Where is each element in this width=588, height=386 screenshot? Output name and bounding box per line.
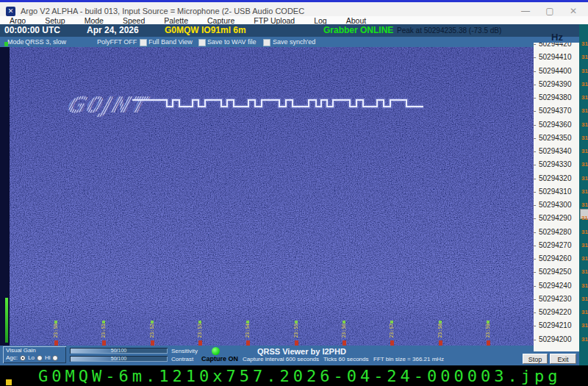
screen-right-edge: 3131313131313131313131313131313131313131…	[579, 24, 588, 365]
menu-item-log[interactable]: Log	[304, 16, 337, 25]
freq-tick-label: -50294310	[534, 187, 579, 196]
app-icon: ✕	[6, 7, 15, 16]
menu-bar: ArgoSetupModeSpeedPaletteCaptureFTP Uplo…	[0, 16, 588, 24]
menu-item-mode[interactable]: Mode	[75, 16, 113, 25]
clipped-edge-text: 31	[581, 107, 588, 114]
contrast-slider[interactable]: 50/100	[70, 356, 168, 362]
clipped-edge-text: 31	[581, 296, 588, 302]
freq-tick-label: -50294290	[534, 214, 579, 222]
visual-gain-options: Agc:LoHi	[6, 354, 58, 361]
exit-button[interactable]: Exit	[550, 354, 576, 364]
svg-text:G0JNT: G0JNT	[64, 92, 152, 118]
status-row: 00:00:00 UTC Apr 24, 2026 G0MQW IO91ml 6…	[0, 24, 588, 37]
clipped-edge-text: 31	[581, 175, 588, 182]
clipped-edge-text: 31	[581, 148, 588, 154]
console-bar: G0MQW-6m.1210x757.2026-04-24-000003.jpg	[0, 365, 588, 386]
visual-gain-option-label: Agc:	[6, 354, 18, 361]
mode-row: Mode QRSS 3, slow PolyFFT OFF Full Band …	[0, 37, 588, 47]
clipped-edge-text: 31	[581, 161, 588, 168]
clipped-edge-text: 31	[581, 309, 588, 315]
menu-item-setup[interactable]: Setup	[35, 16, 74, 25]
freq-tick-label: -50294240	[534, 282, 579, 290]
radio-agc[interactable]	[20, 355, 26, 361]
freq-tick-label: -50294220	[534, 308, 579, 316]
menu-item-capture[interactable]: Capture	[198, 16, 244, 25]
sensitivity-slider[interactable]: 50/100	[70, 348, 168, 354]
grabber-status-badge: Grabber ONLINE	[323, 24, 393, 37]
clipped-edge-text: 31	[581, 268, 588, 275]
freq-tick-label: -50294210	[534, 321, 579, 329]
control-bar: Visual Gain Agc:LoHi 50/100 50/100 Sensi…	[0, 346, 588, 365]
radio-hi[interactable]	[52, 355, 58, 361]
peak-frequency-readout: Peak at 50294235.38 (-73.5 dB)	[397, 24, 501, 37]
freq-tick-label: -50294260	[534, 254, 579, 262]
freq-tick-label: -50294200	[534, 335, 579, 343]
taskbar-chip	[6, 379, 12, 385]
clipped-edge-text: 31	[581, 215, 588, 221]
freq-tick-label: -50294420	[534, 43, 579, 48]
visual-gain-option-label: Hi	[45, 354, 51, 361]
waterfall-display[interactable]: G0JNT	[10, 47, 534, 346]
station-callsign: G0MQW IO91ml 6m	[165, 24, 246, 37]
signal-level-bar	[5, 298, 8, 343]
argo-window: ✕ Argo V2 ALPHA - build 013, Input Sourc…	[0, 0, 588, 386]
clipped-edge-text: 31	[581, 40, 588, 47]
freq-tick-label: -50294410	[534, 53, 579, 61]
radio-lo[interactable]	[37, 355, 43, 361]
clipped-edge-text: 31	[581, 229, 588, 235]
visual-gain-panel: Visual Gain Agc:LoHi	[3, 346, 66, 363]
freq-tick-label: -50294320	[534, 174, 579, 182]
save-synched-label[interactable]: Save synch'ed	[273, 37, 315, 47]
frequency-scale[interactable]: -50294420-50294410-50294400-50294390-502…	[534, 43, 579, 351]
capture-status[interactable]: Capture ON	[201, 355, 238, 362]
fft-bin-size-label: FFT bin size = 366.21 mHz	[373, 356, 444, 362]
clipped-edge-text: 31	[581, 135, 588, 141]
save-wav-label[interactable]: Save to WAV file	[207, 37, 257, 47]
menu-item-speed[interactable]: Speed	[113, 16, 154, 25]
clipped-edge-text: 31	[581, 201, 588, 208]
level-indicator-dot	[4, 42, 8, 46]
save-wav-checkbox[interactable]	[198, 39, 206, 46]
full-band-view-checkbox[interactable]	[140, 39, 147, 46]
stop-button[interactable]: Stop	[523, 354, 548, 364]
date-label: Apr 24, 2026	[87, 24, 139, 37]
polyfft-toggle[interactable]: PolyFFT OFF	[97, 37, 137, 47]
clipped-edge-text: 31	[581, 336, 588, 343]
mode-value[interactable]: QRSS 3, slow	[25, 37, 66, 47]
freq-tick-label: -50294230	[534, 295, 579, 303]
clipped-edge-text: 31	[581, 322, 588, 329]
freq-tick-label: -50294300	[534, 201, 579, 209]
clipped-edge-text: 31	[581, 282, 588, 289]
visual-gain-title: Visual Gain	[6, 347, 36, 354]
freq-tick-label: -50294400	[534, 67, 579, 75]
menu-item-ftp-upload[interactable]: FTP Upload	[244, 16, 304, 25]
title-bar: ✕ Argo V2 ALPHA - build 013, Input Sourc…	[0, 2, 588, 16]
freq-tick-label: -50294380	[534, 93, 579, 101]
full-band-view-label[interactable]: Full Band View	[148, 37, 193, 47]
utc-clock: 00:00:00 UTC	[4, 24, 60, 37]
freq-tick-label: -50294270	[534, 241, 579, 249]
menu-item-argo[interactable]: Argo	[0, 16, 35, 25]
save-synched-checkbox[interactable]	[263, 39, 270, 46]
visual-gain-option-label: Lo	[28, 354, 35, 361]
sensitivity-label: Sensitivity	[171, 348, 198, 354]
freq-tick-label: -50294280	[534, 228, 579, 236]
clipped-edge-text: 31	[581, 121, 588, 128]
clipped-edge-text: 31	[581, 94, 588, 101]
qrss-callsign-signal: G0JNT	[64, 92, 152, 118]
menu-item-palette[interactable]: Palette	[154, 16, 198, 25]
clipped-edge-text: 31	[581, 255, 588, 262]
clipped-edge-text: 31	[581, 242, 588, 249]
capture-interval-label: Capture interval 600 seconds	[243, 356, 319, 362]
menu-item-about[interactable]: About	[337, 16, 376, 25]
freq-tick-label: -50294340	[534, 147, 579, 155]
clipped-edge-text: 31	[581, 54, 588, 60]
contrast-label: Contrast	[171, 356, 193, 362]
ticks-setting-label: Ticks 60 seconds	[323, 356, 369, 362]
app-name-label: QRSS Viewer by I2PHD	[257, 347, 346, 356]
freq-tick-label: -50294390	[534, 80, 579, 88]
freq-tick-label: -50294250	[534, 268, 579, 276]
clipped-edge-text: 31	[581, 68, 588, 74]
capture-filename: G0MQW-6m.1210x757.2026-04-24-000003.jpg	[38, 367, 562, 385]
freq-tick-label: -50294360	[534, 121, 579, 129]
